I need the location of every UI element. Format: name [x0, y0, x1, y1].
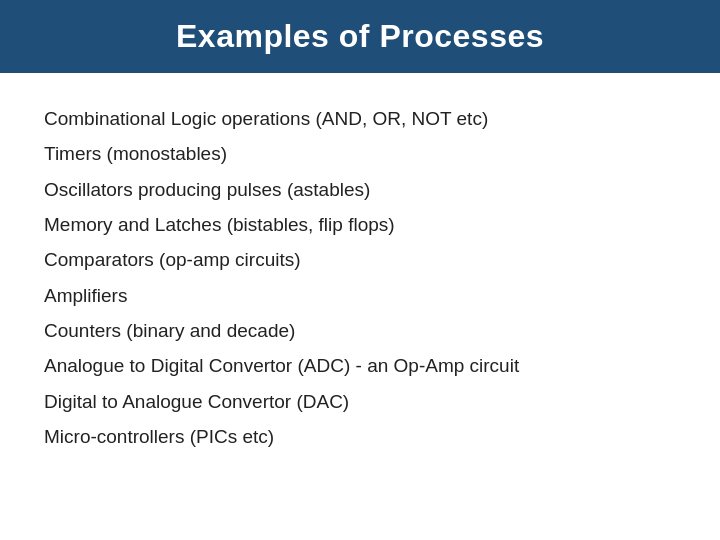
list-item: Memory and Latches (bistables, flip flop… [44, 207, 676, 242]
slide: Examples of Processes Combinational Logi… [0, 0, 720, 540]
list-item: Counters (binary and decade) [44, 313, 676, 348]
list-item: Timers (monostables) [44, 136, 676, 171]
list-item: Micro-controllers (PICs etc) [44, 419, 676, 454]
list-item: Digital to Analogue Convertor (DAC) [44, 384, 676, 419]
slide-header: Examples of Processes [0, 0, 720, 73]
list-item: Amplifiers [44, 278, 676, 313]
slide-title: Examples of Processes [176, 18, 544, 55]
list-item: Analogue to Digital Convertor (ADC) - an… [44, 348, 676, 383]
list-item: Oscillators producing pulses (astables) [44, 172, 676, 207]
list-item: Comparators (op-amp circuits) [44, 242, 676, 277]
list-item: Combinational Logic operations (AND, OR,… [44, 101, 676, 136]
slide-content: Combinational Logic operations (AND, OR,… [0, 73, 720, 540]
